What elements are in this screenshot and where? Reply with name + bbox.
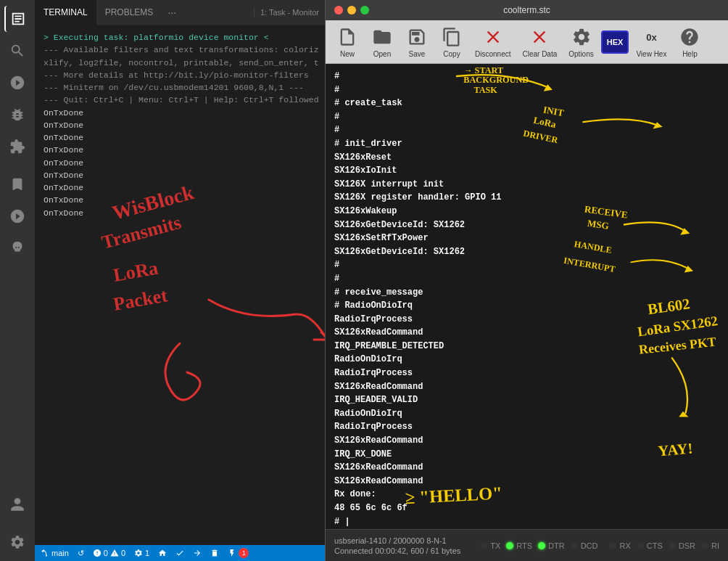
ct-line-readcmd2: SX126xReadCommand [334,380,719,394]
terminal-line-8: OnTxDone [44,119,316,131]
sidebar-item-play[interactable] [4,203,30,229]
ct-line-ondioirq3: RadioOnDioIrq [334,407,719,421]
sidebar-item-git[interactable] [4,70,30,96]
ct-rts-indicator: RTS [506,541,532,550]
terminal-line-6: --- Quit: Ctrl+C | Menu: Ctrl+T | Help: … [44,94,316,106]
ct-connection-info: usbserial-1410 / 2000000 8-N-1 [334,536,480,545]
ct-ri-led [701,542,708,549]
copy-label: Copy [443,50,460,58]
save-icon [405,25,429,49]
ct-line-readcmd5: SX126xReadCommand [334,475,719,488]
ct-line-header: IRQ_HEADER_VALID [334,393,719,407]
terminal-line-3: xlify, log2file, nocontrol, printable, s… [44,57,316,69]
task-monitor-label: 1: Task - Monitor [260,8,319,17]
status-warnings-count: 0 [121,549,125,557]
tab-more[interactable]: ··· [162,7,182,18]
terminal-line-13: OnTxDone [44,181,316,194]
ct-dsr-indicator: DSR [669,541,695,550]
new-label: New [340,50,355,58]
toolbar-view-hex-button[interactable]: 0x View Hex [632,22,671,61]
disconnect-icon [481,25,505,49]
sidebar-item-account[interactable] [4,491,30,517]
toolbar-clear-data-button[interactable]: Clear Data [518,22,561,61]
ct-line-readcmd1: SX126xReadCommand [334,326,719,340]
sidebar-item-alien[interactable] [4,235,30,261]
coolterm-window: coolterm.stc New Open Save Copy [325,0,728,561]
clear-data-label: Clear Data [522,50,557,58]
toolbar-new-button[interactable]: New [331,22,363,61]
tab-problems[interactable]: PROBLEMS [96,0,162,25]
status-branch[interactable]: main [41,549,69,557]
ct-line-irqprocess3: RadioIrqProcess [334,420,719,434]
coolterm-status-bar: usbserial-1410 / 2000000 8-N-1 Connected… [326,529,728,561]
window-controls [334,6,369,15]
ct-line-hex: 48 65 6c 6c 6f [334,501,719,515]
hex-button[interactable]: HEX [601,30,629,54]
toolbar-open-button[interactable]: Open [366,22,398,61]
sidebar-item-settings[interactable] [4,529,30,555]
terminal-line-exec: > Executing task: platformio device moni… [44,31,316,44]
status-trash[interactable] [210,549,219,557]
ct-dtr-indicator: DTR [538,541,565,550]
ct-line-2: # [334,83,719,97]
status-home[interactable] [158,549,167,557]
status-config[interactable]: 1 [134,549,149,557]
toolbar-help-button[interactable]: Help [674,22,706,61]
status-lightning[interactable]: 1 [228,548,249,558]
tab-bar: TERMINAL PROBLEMS ··· 1: Task - Monitor [35,0,325,25]
sidebar-item-extensions[interactable] [4,134,30,160]
ct-status-indicators: TX RTS DTR DCD RX [480,541,719,550]
ct-cts-label: CTS [647,541,663,550]
ct-rx-led [609,542,616,549]
coolterm-terminal[interactable]: # # # create_task # # # init_driver SX12… [326,64,728,529]
ct-line-4: # [334,123,719,137]
status-arrow[interactable] [193,549,202,557]
ct-dsr-label: DSR [679,541,695,550]
ct-line-reset: SX126xReset [334,151,719,165]
sidebar-item-search[interactable] [4,38,30,64]
sidebar-item-explorer[interactable] [4,6,30,32]
ct-dsr-led [669,542,676,549]
status-errors-count: 0 [104,549,108,557]
status-sync[interactable]: ↺ [78,549,84,558]
ct-line-wakeup: SX126xWakeup [334,205,719,218]
window-close-button[interactable] [334,6,343,15]
sidebar-item-bookmark[interactable] [4,171,30,197]
ct-line-readcmd3: SX126xReadCommand [334,434,719,448]
toolbar-options-button[interactable]: Options [564,22,597,61]
ct-line-rxdone: IRQ_RX_DONE [334,448,719,462]
ct-dtr-label: DTR [548,541,565,550]
ct-line-irqprocess2: RadioIrqProcess [334,367,719,380]
ct-line-1: # [334,70,719,83]
ct-rx-label: RX [619,541,630,550]
window-minimize-button[interactable] [347,6,356,15]
terminal-content[interactable]: > Executing task: platformio device moni… [35,25,325,545]
window-title-text: coolterm.stc [503,5,550,15]
ct-line-preamble: IRQ_PREAMBLE_DETECTED [334,340,719,353]
ct-line-prompt: # | [334,515,719,529]
toolbar-copy-button[interactable]: Copy [436,22,468,61]
ct-indicator-group-1: TX RTS DTR DCD [480,541,597,550]
toolbar-save-button[interactable]: Save [401,22,433,61]
status-sync-icon: ↺ [78,549,84,558]
ct-line-init: # init_driver [334,137,719,151]
ct-line-register: SX126X register handler: GPIO 11 [334,191,719,205]
window-maximize-button[interactable] [360,6,369,15]
toolbar-disconnect-button[interactable]: Disconnect [471,22,515,61]
save-label: Save [409,50,426,58]
status-check[interactable] [175,549,184,557]
sidebar-item-debug[interactable] [4,102,30,128]
ct-line-getdevice1: SX126xGetDeviceId: SX1262 [334,218,719,232]
ct-line-interrupt-init: SX126X interrupt init [334,178,719,192]
tab-terminal[interactable]: TERMINAL [35,0,96,25]
status-badge: 1 [239,548,249,558]
ct-rts-led [506,542,513,549]
svg-text:Packet: Packet [112,284,169,315]
status-config-count: 1 [145,549,149,557]
window-title-bar: coolterm.stc [326,0,728,20]
tab-terminal-label: TERMINAL [44,7,88,17]
ct-cts-indicator: CTS [637,541,663,550]
ct-line-receive: # receive_message [334,286,719,300]
status-errors[interactable]: 0 0 [93,549,125,557]
ct-dcd-led [571,542,578,549]
